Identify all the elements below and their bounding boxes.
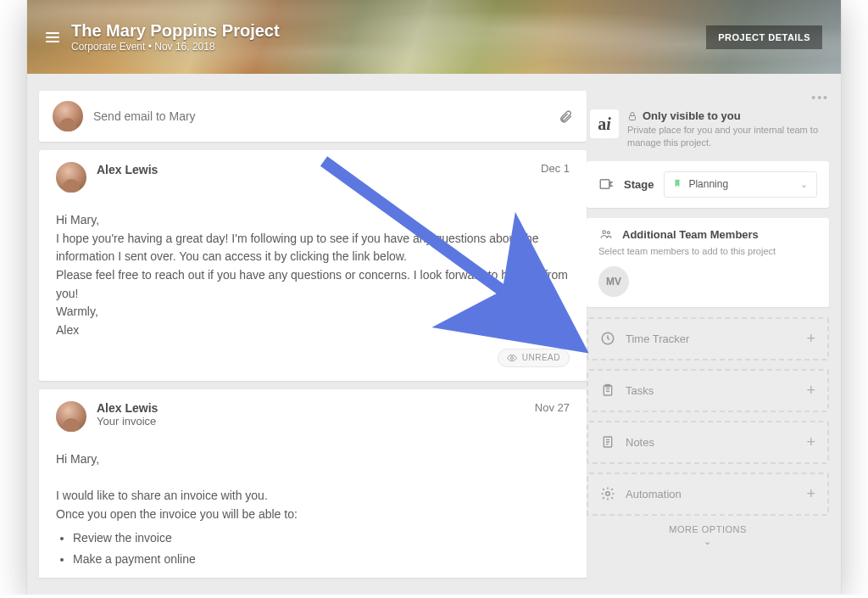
- message-author: Alex Lewis: [97, 401, 158, 415]
- people-icon: [598, 228, 614, 240]
- lock-icon: [627, 111, 637, 121]
- project-title: The Mary Poppins Project: [71, 21, 280, 41]
- compose-email-row[interactable]: [39, 91, 587, 142]
- stage-panel: Stage Planning ⌄: [587, 161, 829, 208]
- stage-icon: [598, 176, 614, 192]
- message-card: Alex Lewis Your invoice Nov 27 Hi Mary,I…: [39, 389, 587, 578]
- svg-rect-1: [630, 115, 636, 120]
- team-member-avatar[interactable]: MV: [598, 266, 629, 297]
- chevron-down-icon: ⌄: [587, 536, 829, 547]
- clipboard-icon: [600, 383, 615, 398]
- team-title: Additional Team Members: [622, 228, 759, 241]
- message-date: Dec 1: [541, 162, 570, 175]
- message-body: Hi Mary,I would like to share an invoice…: [56, 450, 570, 569]
- team-subtitle: Select team members to add to this proje…: [598, 246, 817, 256]
- sidebar-tool-automation[interactable]: Automation +: [587, 472, 829, 516]
- compose-email-input[interactable]: [93, 109, 559, 123]
- paperclip-icon[interactable]: [559, 109, 573, 124]
- gear-icon: [600, 486, 615, 501]
- message-subtitle: Your invoice: [97, 415, 158, 428]
- unread-chip[interactable]: UNREAD: [498, 349, 570, 367]
- message-body: Hi Mary,I hope you're having a great day…: [56, 211, 570, 340]
- avatar: [53, 101, 83, 131]
- svg-point-0: [510, 356, 513, 359]
- svg-point-3: [603, 231, 606, 234]
- svg-rect-2: [600, 180, 609, 189]
- plus-icon: +: [806, 485, 815, 503]
- chevron-down-icon: ⌄: [800, 179, 808, 190]
- avatar: [56, 401, 86, 432]
- menu-icon[interactable]: [46, 32, 59, 42]
- clock-icon: [600, 331, 615, 346]
- message-author: Alex Lewis: [97, 162, 158, 177]
- note-icon: [600, 434, 615, 450]
- more-menu-icon[interactable]: •••: [811, 91, 829, 104]
- message-date: Nov 27: [535, 401, 570, 414]
- project-header-banner: The Mary Poppins Project Corporate Event…: [27, 0, 841, 74]
- team-panel: Additional Team Members Select team memb…: [587, 218, 829, 307]
- project-subtitle: Corporate Event • Nov 16, 2018: [71, 41, 280, 53]
- sidebar-tool-tasks[interactable]: Tasks +: [587, 369, 829, 412]
- bookmark-icon: [673, 178, 682, 191]
- stage-label: Stage: [624, 178, 654, 191]
- svg-point-4: [607, 232, 609, 234]
- visibility-info: ai Only visible to you Private place for…: [587, 109, 829, 149]
- avatar: [56, 162, 86, 193]
- more-options-button[interactable]: MORE OPTIONS ⌄: [587, 524, 829, 547]
- sidebar-tool-notes[interactable]: Notes +: [587, 421, 829, 464]
- plus-icon: +: [806, 330, 815, 348]
- stage-select[interactable]: Planning ⌄: [664, 171, 817, 198]
- plus-icon: +: [806, 382, 815, 400]
- project-details-button[interactable]: PROJECT DETAILS: [706, 25, 822, 49]
- sidebar-tool-time-tracker[interactable]: Time Tracker +: [587, 317, 829, 360]
- svg-point-9: [606, 492, 610, 496]
- plus-icon: +: [806, 433, 815, 451]
- workspace-avatar: ai: [590, 109, 619, 138]
- message-card: Alex Lewis Dec 1 Hi Mary,I hope you're h…: [39, 150, 587, 381]
- eye-icon: [507, 353, 517, 363]
